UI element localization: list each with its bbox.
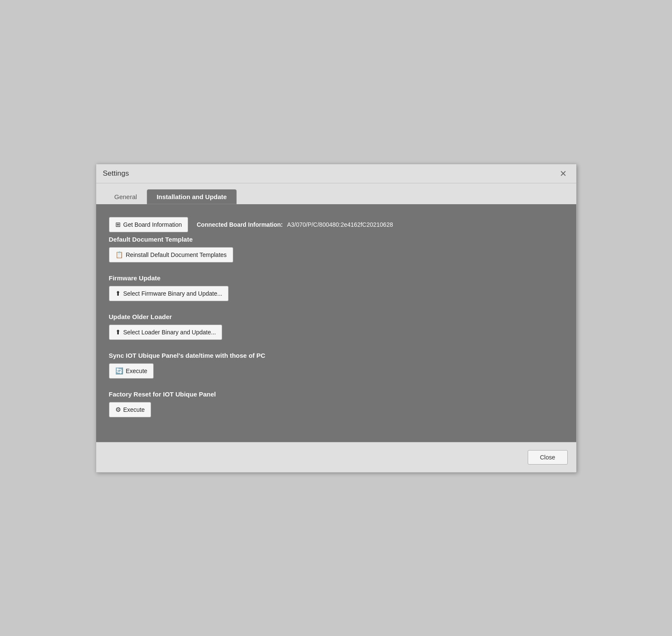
- sync-icon: 🔄: [115, 367, 123, 375]
- tab-installation[interactable]: Installation and Update: [147, 189, 237, 204]
- select-firmware-button[interactable]: ⬆ Select Firmware Binary and Update...: [109, 286, 229, 301]
- dialog-title: Settings: [103, 169, 129, 178]
- settings-dialog: Settings ✕ General Installation and Upda…: [96, 164, 577, 473]
- firmware-icon: ⬆: [115, 290, 121, 297]
- firmware-update-label: Firmware Update: [109, 274, 563, 282]
- select-loader-button[interactable]: ⬆ Select Loader Binary and Update...: [109, 325, 223, 340]
- sync-execute-button[interactable]: 🔄 Execute: [109, 363, 154, 379]
- title-close-button[interactable]: ✕: [557, 168, 569, 179]
- get-board-info-button[interactable]: ⊞ Get Board Information: [109, 217, 189, 232]
- factory-reset-icon: ⚙: [115, 406, 121, 414]
- dialog-titlebar: Settings ✕: [96, 164, 576, 183]
- connected-label: Connected Board Information:: [197, 221, 283, 228]
- tabs-row: General Installation and Update: [96, 183, 576, 204]
- firmware-update-section: Firmware Update ⬆ Select Firmware Binary…: [109, 274, 563, 301]
- sync-datetime-label: Sync IOT Ubique Panel's date/time with t…: [109, 352, 563, 359]
- reinstall-templates-button[interactable]: 📋 Reinstall Default Document Templates: [109, 247, 233, 262]
- footer-close-button[interactable]: Close: [528, 450, 568, 465]
- loader-update-label: Update Older Loader: [109, 313, 563, 320]
- loader-update-section: Update Older Loader ⬆ Select Loader Bina…: [109, 313, 563, 340]
- dialog-footer: Close: [96, 442, 576, 472]
- board-info-section: ⊞ Get Board Information Connected Board …: [109, 217, 563, 232]
- board-icon: ⊞: [115, 221, 121, 228]
- factory-reset-label: Factory Reset for IOT Ubique Panel: [109, 391, 563, 398]
- document-icon: 📋: [115, 251, 123, 259]
- default-document-label: Default Document Template: [109, 236, 563, 243]
- content-area: ⊞ Get Board Information Connected Board …: [96, 204, 576, 442]
- tab-general[interactable]: General: [105, 189, 147, 204]
- sync-datetime-section: Sync IOT Ubique Panel's date/time with t…: [109, 352, 563, 379]
- default-document-section: Default Document Template 📋 Reinstall De…: [109, 236, 563, 262]
- connected-value: A3/070/P/C/800480:2e4162fC20210628: [287, 221, 393, 228]
- loader-icon: ⬆: [115, 328, 121, 336]
- connected-info: Connected Board Information: A3/070/P/C/…: [197, 221, 393, 228]
- factory-reset-execute-button[interactable]: ⚙ Execute: [109, 402, 152, 417]
- factory-reset-section: Factory Reset for IOT Ubique Panel ⚙ Exe…: [109, 391, 563, 417]
